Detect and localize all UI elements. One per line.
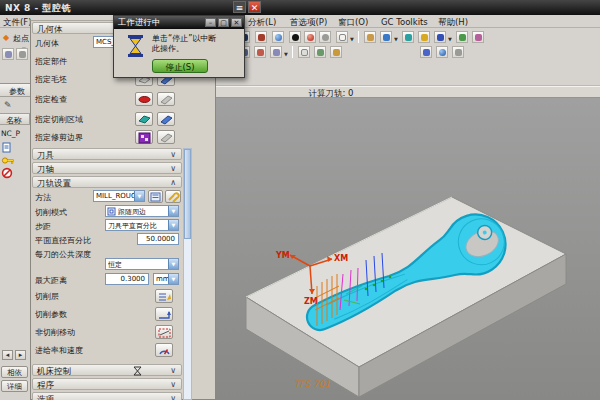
tree-item[interactable] — [1, 166, 29, 178]
toolbar-icon[interactable] — [434, 31, 446, 43]
non-cutting-moves-button[interactable] — [155, 325, 173, 339]
busy-message-line2: 此操作。 — [152, 44, 240, 54]
toolbar-caret[interactable]: ▼ — [448, 36, 452, 42]
specify-cut-area-label: 指定切削区域 — [35, 114, 83, 125]
toolbar-icon[interactable] — [402, 31, 414, 43]
toolbar-icon[interactable] — [364, 31, 376, 43]
toolbar-icon[interactable] — [270, 46, 282, 58]
toolbar-icon[interactable] — [456, 31, 468, 43]
maximize-button[interactable]: ▢ — [218, 18, 229, 27]
caret-down-icon[interactable]: ▼ — [168, 220, 178, 230]
toolbar-caret[interactable]: ▼ — [350, 36, 354, 42]
tool-icon-glyph — [455, 49, 462, 56]
specify-check-label: 指定检查 — [35, 94, 67, 105]
toolbar-caret[interactable]: ▼ — [394, 36, 398, 42]
toolbar-icon[interactable] — [314, 46, 326, 58]
section-tool[interactable]: 刀具 ∨ — [32, 148, 182, 160]
flashlight-gray-icon — [159, 132, 174, 143]
scrollbar-thumb[interactable] — [184, 149, 191, 239]
tree-item[interactable] — [1, 141, 29, 153]
details-button[interactable]: 详细 — [1, 380, 28, 392]
key-icon — [1, 155, 15, 166]
toolbar-separator — [358, 31, 359, 43]
tree-item-nc-program[interactable]: NC_P — [1, 128, 29, 140]
display-check-button[interactable] — [157, 92, 175, 106]
toolbar-icon[interactable] — [289, 31, 301, 43]
window-close-button[interactable]: ✕ — [248, 1, 261, 13]
select-trim-boundary-button[interactable] — [135, 130, 153, 144]
caret-down-icon[interactable]: ▼ — [134, 191, 144, 201]
toolbar-icon[interactable] — [304, 31, 316, 43]
toolbar-icon[interactable] — [420, 46, 432, 58]
caret-down-icon[interactable]: ▼ — [168, 206, 178, 216]
geometry-label: 几何体 — [35, 38, 59, 49]
cut-pattern-value: 跟随周边 — [118, 207, 146, 217]
edit-pencil-icon[interactable]: ✎ — [4, 100, 12, 110]
toolbar-icon[interactable] — [319, 31, 331, 43]
toolbar-icon[interactable] — [255, 31, 267, 43]
close-icon[interactable]: ✕ — [231, 18, 242, 27]
stop-button[interactable]: 停止(S) — [152, 59, 208, 73]
toolbar-icon[interactable] — [254, 46, 266, 58]
section-machine-control[interactable]: 机床控制 ∨ — [32, 364, 182, 376]
section-program[interactable]: 程序 ∨ — [32, 378, 182, 390]
cut-levels-button[interactable] — [155, 289, 173, 303]
minimize-button[interactable]: – — [205, 18, 216, 27]
cut-pattern-select[interactable]: 跟随周边 ▼ — [105, 205, 179, 217]
navigator-header[interactable]: 参数 — [0, 84, 30, 97]
next-panel-button[interactable]: ▸ — [15, 350, 26, 360]
window-menu-button[interactable]: ≡ — [233, 1, 246, 13]
dependencies-button[interactable]: 相依 — [1, 366, 28, 378]
max-distance-unit-select[interactable]: mm ▼ — [153, 273, 179, 285]
stepover-select[interactable]: 刀具平直百分比 ▼ — [105, 219, 179, 231]
toolbar-icon[interactable] — [272, 31, 284, 43]
toolbar-caret[interactable]: ▼ — [284, 51, 288, 57]
edit-method-button[interactable] — [148, 190, 163, 203]
toolbar-icon[interactable] — [436, 46, 448, 58]
toolbar-icon[interactable] — [452, 46, 464, 58]
display-cut-area-button[interactable] — [157, 112, 175, 126]
point-tool-label[interactable]: 起点 — [13, 33, 29, 44]
section-title: 刀具 — [37, 150, 54, 160]
cut-parameters-button[interactable] — [155, 307, 173, 321]
prev-panel-button[interactable]: ◂ — [2, 350, 13, 360]
section-options[interactable]: 选项 ∨ — [32, 392, 182, 400]
chevron-down-icon: ∨ — [170, 394, 176, 400]
tool-icon-glyph — [317, 49, 324, 56]
toolbar-icon[interactable] — [418, 31, 430, 43]
work-in-progress-dialog: 工作进行中 – ▢ ✕ 单击“停止”以中断 此操作。 停止(S) — [113, 15, 245, 78]
select-check-button[interactable] — [135, 92, 153, 106]
common-depth-select[interactable]: 恒定 ▼ — [105, 258, 179, 270]
tool-icon-glyph — [273, 49, 280, 56]
section-title: 刀轨设置 — [37, 178, 71, 188]
progress-label: 计算刀轨: 0 — [256, 88, 406, 100]
section-path-settings[interactable]: 刀轨设置 ∧ — [32, 176, 182, 188]
toolbar-icon[interactable] — [472, 31, 484, 43]
select-cut-area-button[interactable] — [135, 112, 153, 126]
progress-strip: 计算刀轨: 0 — [216, 86, 600, 98]
toolbar-icon[interactable] — [2, 48, 14, 60]
graphics-viewport[interactable]: YM XM ZM TFS 701 — [216, 98, 600, 400]
method-select[interactable]: MILL_ROUGH ▼ — [93, 190, 145, 202]
max-distance-input[interactable]: 0.3000 — [105, 273, 149, 285]
navigator-name-column[interactable]: 名称 — [0, 113, 30, 125]
toolbar-icon[interactable] — [298, 46, 310, 58]
display-trim-boundary-button[interactable] — [157, 130, 175, 144]
toolbar-icon[interactable] — [336, 31, 348, 43]
method-tools-button[interactable] — [165, 190, 181, 203]
specify-check-row: 指定检查 — [31, 92, 183, 105]
tree-item[interactable] — [1, 154, 29, 166]
toolbar-icon[interactable] — [380, 31, 392, 43]
caret-down-icon[interactable]: ▼ — [168, 259, 178, 269]
section-tool-axis[interactable]: 刀轴 ∨ — [32, 162, 182, 174]
chevron-down-icon: ∨ — [170, 164, 176, 173]
toolbar-icon[interactable] — [330, 46, 342, 58]
percent-flat-input[interactable]: 50.0000 — [137, 233, 179, 245]
flashlight-blue-icon — [159, 114, 174, 125]
toolbar-icon[interactable] — [16, 48, 28, 60]
menu-gc-toolkits[interactable]: GC Toolkits — [381, 17, 428, 27]
dialog-scrollbar[interactable] — [183, 148, 192, 400]
point-tool-icon: ◆ — [3, 33, 9, 42]
feeds-speeds-button[interactable] — [155, 343, 173, 357]
caret-down-icon[interactable]: ▼ — [168, 274, 178, 284]
